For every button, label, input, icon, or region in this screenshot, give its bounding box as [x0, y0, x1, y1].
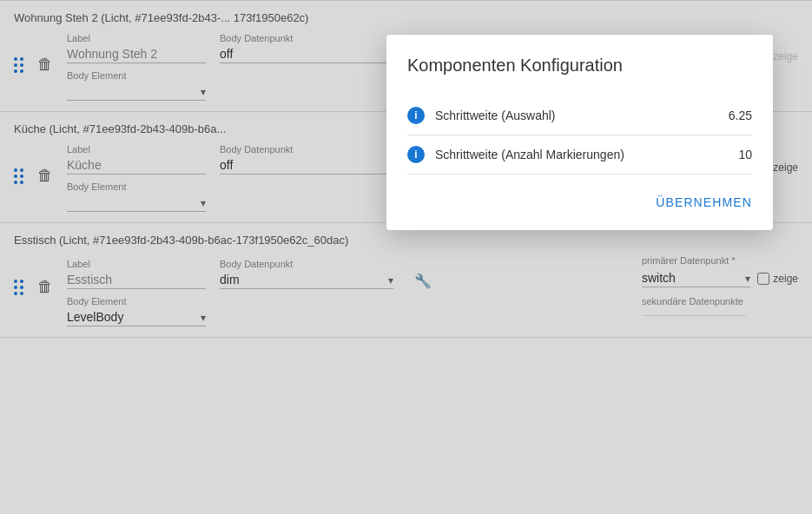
row-1-value: 6.25: [729, 109, 752, 122]
apply-button[interactable]: ÜBERNEHMEN: [656, 188, 752, 216]
dialog-row-1: i Schrittweite (Auswahl) 6.25: [407, 96, 752, 135]
dialog-title: Komponenten Konfiguration: [407, 56, 752, 76]
row-2-value: 10: [738, 148, 752, 161]
row-1-label: Schrittweite (Auswahl): [435, 109, 729, 122]
info-icon-1: i: [407, 107, 425, 124]
dialog: Komponenten Konfiguration i Schrittweite…: [386, 35, 773, 230]
dialog-row-2: i Schrittweite (Anzahl Markierungen) 10: [407, 135, 752, 175]
row-2-label: Schrittweite (Anzahl Markierungen): [435, 148, 738, 161]
info-icon-2: i: [407, 146, 425, 163]
dialog-actions: ÜBERNEHMEN: [407, 175, 752, 216]
main-content: Wohnung Steh 2 (Licht, #71ee93fd-2b43-..…: [0, 0, 812, 514]
